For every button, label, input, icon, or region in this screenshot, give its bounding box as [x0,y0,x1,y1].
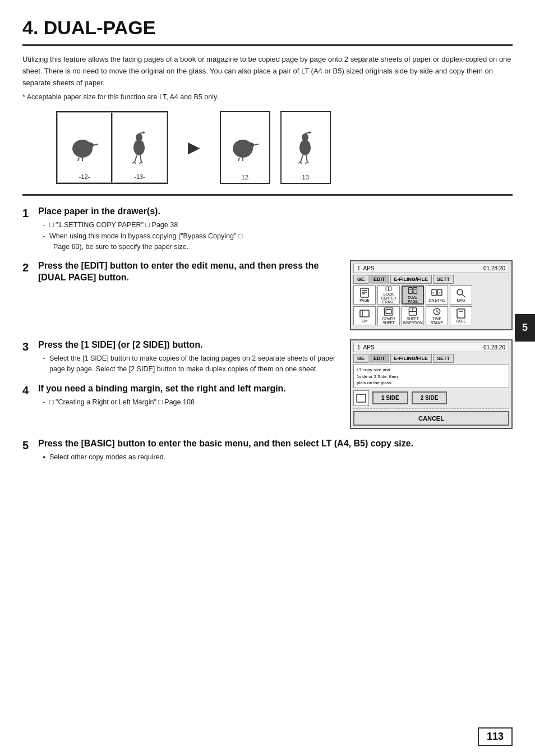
ctrl-icon-mag-label: MAG [457,298,465,302]
svg-rect-60 [457,309,465,318]
step-3: 3 Press the [1 SIDE] (or [2 SIDE]) butto… [22,339,341,375]
step-3-num: 3 [22,340,38,353]
ctrl-tab-efiling[interactable]: E-FILING/FILE [390,275,432,284]
ctrl-tab-ge-2[interactable]: GE [353,354,368,363]
svg-point-25 [308,132,310,133]
ctrl-1side-btn[interactable]: 1 SIDE [372,391,408,404]
step-1-title: Place paper in the drawer(s). [38,206,513,218]
ctrl-status-1: 1 APS [357,265,375,271]
step-1-content: Place paper in the drawer(s). □ "1.SETTI… [38,206,513,252]
step-5: 5 Press the [BASIC] button to enter the … [22,438,513,463]
note-text: * Acceptable paper size for this functio… [22,93,513,101]
svg-line-12 [132,162,135,163]
ctrl-tab-sett-2[interactable]: SETT [433,354,454,363]
ctrl-icon-page[interactable]: PAGE [353,285,376,305]
page: 4. DUAL-PAGE Utilizing this feature allo… [0,0,535,756]
kiwi-bird-output-icon [230,133,260,162]
step-2-panel: 1 APS 01.28.20 GE EDIT E-FILING/FILE SET… [350,260,513,330]
intro-text: Utilizing this feature allows the facing… [22,54,513,89]
ctrl-tab-edit[interactable]: EDIT [370,275,389,284]
book-left-page: -12- [57,112,112,183]
book-left-page-num: -12- [79,173,90,180]
svg-point-7 [136,133,142,141]
svg-line-10 [135,155,137,162]
svg-line-15 [141,162,143,163]
book-right-page-num: -13- [134,173,145,180]
step-2-row: 2 Press the [EDIT] button to enter the e… [22,260,513,330]
svg-line-30 [305,162,307,164]
ctrl-icon-2in1[interactable]: 12 2IN1/4IN1 [426,285,448,305]
ctrl-tab-edit-2[interactable]: EDIT [370,354,389,363]
heron-bird-output-icon [294,131,317,164]
ctrl-icon-page-label: PAGE [359,298,370,302]
step-1-bullet-2: When using this mode in bypass copying (… [43,231,513,253]
step-5-content: Press the [BASIC] button to enter the ba… [38,438,513,463]
output-right-page: -13- [280,111,331,184]
ctrl-icon-page2-label: PAGE [456,319,466,323]
ctrl-icon-cover[interactable]: COVER SHEET [377,306,400,325]
divider-panel [353,408,509,409]
step-1: 1 Place paper in the drawer(s). □ "1.SET… [22,206,513,252]
ctrl-2side-btn[interactable]: 2 SIDE [412,391,448,404]
ctrl-topbar-2: 1 APS 01.28.20 [353,343,509,352]
ctrl-icon-cover-label: COVER SHEET [378,317,399,325]
svg-line-59 [437,312,439,313]
ctrl-icons-row-2: CM COVER SHEET SHEETINSERTION TIME [353,306,509,325]
chapter-title: 4. DUAL-PAGE [22,17,513,46]
ctrl-icon-dual-page[interactable]: DUAL PAGE [402,285,424,305]
book-diagram: -12- -13- [56,111,168,184]
svg-point-3 [90,144,92,145]
step-2-content: Press the [EDIT] button to enter the edi… [38,260,341,286]
svg-text:1: 1 [433,292,435,295]
svg-rect-50 [360,310,369,317]
ctrl-icon-sheet[interactable]: SHEETINSERTION [402,306,424,325]
svg-rect-37 [389,287,391,291]
svg-point-6 [133,140,145,155]
heron-bird-icon [128,131,151,164]
diagram-area: -12- -13- [56,111,513,184]
step-4-title: If you need a binding margin, set the ri… [38,383,341,395]
step-4-content: If you need a binding margin, set the ri… [38,383,341,408]
ctrl-icon-cm[interactable]: CM [353,306,376,325]
svg-line-26 [301,155,303,162]
svg-text:2: 2 [439,292,440,295]
step-2-left: 2 Press the [EDIT] button to enter the e… [22,260,341,294]
ctrl-tab-sett[interactable]: SETT [433,275,454,284]
arrow-icon: ► [184,136,204,159]
output-left-page: -12- [220,111,270,184]
step-2: 2 Press the [EDIT] button to enter the e… [22,260,341,286]
svg-line-49 [462,294,465,297]
step-3-bullet-1: Select the [1 SIDE] button to make copie… [43,353,341,375]
ctrl-icon-2in1-label: 2IN1/4IN1 [428,298,445,302]
ctrl-tab-ge[interactable]: GE [353,275,368,284]
ctrl-icon-book-center[interactable]: BOOK CENTERERASE [377,285,400,305]
step-4-bullet-1: □ "Creating a Right or Left Margin" □ Pa… [43,397,341,408]
ctrl-tabs-1: GE EDIT E-FILING/FILE SETT [353,275,509,284]
svg-point-22 [299,140,311,155]
svg-point-0 [72,140,93,158]
ctrl-tab-efiling-2[interactable]: E-FILING/FILE [390,354,432,363]
step-1-num: 1 [22,207,38,220]
svg-line-27 [306,155,307,162]
cancel-button[interactable]: CANCEL [353,411,509,426]
step-5-bullet-1: Select other copy modes as required. [43,452,513,463]
ctrl-icon-page2[interactable]: PAGE [450,306,472,325]
svg-rect-41 [413,288,417,294]
control-panel-2: 1 APS 01.28.20 GE EDIT E-FILING/FILE SET… [350,339,513,429]
svg-rect-36 [386,287,388,291]
step-2-title: Press the [EDIT] button to enter the edi… [38,260,341,284]
step-3-content: Press the [1 SIDE] (or [2 SIDE]) button.… [38,339,341,375]
ctrl-icon-book-label: BOOK CENTERERASE [378,292,399,304]
step-2-num: 2 [22,261,38,274]
step-3-row: 3 Press the [1 SIDE] (or [2 SIDE]) butto… [22,339,513,429]
svg-point-23 [302,133,308,141]
step-3-left: 3 Press the [1 SIDE] (or [2 SIDE]) butto… [22,339,341,416]
ctrl-icon-mag[interactable]: MAG [450,285,472,305]
svg-rect-62 [357,394,366,402]
ctrl-icon-time[interactable]: TIME STAMP [426,306,448,325]
step-4-body: □ "Creating a Right or Left Margin" □ Pa… [43,397,341,408]
step-3-title: Press the [1 SIDE] (or [2 SIDE]) button. [38,339,341,351]
step-4-num: 4 [22,384,38,397]
kiwi-bird-icon [70,133,99,162]
step-3-panel: 1 APS 01.28.20 GE EDIT E-FILING/FILE SET… [350,339,513,429]
